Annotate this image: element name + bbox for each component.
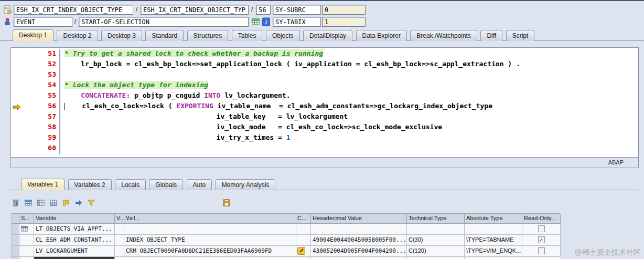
variable-value[interactable]: CRM_OBJECT0090FA0D8DC21EE386EED03FAA6909… [124,246,296,257]
row-selector[interactable] [12,224,19,235]
col-technical-type[interactable]: Technical Type [407,214,465,224]
sy-tabix-field[interactable] [273,17,321,27]
col-s[interactable]: S... [19,214,34,224]
col-select[interactable] [12,214,19,224]
tab-globals[interactable]: Globals [149,179,183,190]
structure-display-icon[interactable] [251,17,260,26]
code-text[interactable]: cl_esh_co_lock=>lock ( EXPORTING iv_tabl… [60,102,638,112]
code-text[interactable]: * Try to get a shared lock to check whet… [60,49,638,60]
breakpoint-gutter[interactable] [11,81,32,91]
tab-standard[interactable]: Standard [145,30,184,41]
col-variable[interactable]: Variable [34,214,115,224]
row-selector[interactable] [12,246,19,257]
tab-diff[interactable]: Diff [480,30,502,41]
code-text[interactable]: CONCATENATE: p_objtp p_cnguid INTO lv_lo… [60,91,638,102]
tab-script[interactable]: Script [506,30,535,41]
event-name-field[interactable] [79,17,249,27]
pencil-icon[interactable] [297,247,305,255]
breakpoint-gutter[interactable] [11,144,32,154]
code-line: 58 iv_lock_mode = cl_esh_co_lock=>sc_loc… [11,123,638,133]
col-v[interactable]: V... [115,214,124,224]
read-only-checkbox[interactable]: ✓ [538,236,545,243]
code-text[interactable]: iv_try_x_times = 1 [60,133,638,144]
breakpoint-gutter[interactable] [11,133,32,144]
breakpoint-gutter[interactable] [11,60,32,70]
code-text[interactable]: * Lock the object type for indexing [60,81,638,91]
variable-name[interactable]: LT_OBJECTS_VIA_APPT... [34,224,115,235]
tab-tables[interactable]: Tables [232,30,263,41]
tab-break-watchpoints[interactable]: Break./Watchpoints [410,30,477,41]
line-number: 57 [32,112,59,123]
table-select-icon[interactable] [36,198,46,208]
breakpoint-gutter[interactable] [11,91,32,102]
col-read-only[interactable]: Read-Only... [522,214,561,224]
code-text[interactable]: iv_table_key = lv_lockargument [60,112,638,123]
table-row-partial[interactable] [12,257,560,259]
col-val[interactable]: Val. [124,214,296,224]
col-hex[interactable]: Hexadecimal Value [311,214,407,224]
tab-locals[interactable]: Locals [115,179,146,190]
swap-icon[interactable] [73,198,84,208]
hex-value: 49004E004400450058005F00... [311,235,407,246]
table-row[interactable]: LT_OBJECTS_VIA_APPT... [12,224,560,235]
breakpoint-gutter[interactable] [11,112,32,123]
save-layout-icon[interactable] [221,198,232,208]
read-only-checkbox[interactable] [538,247,545,254]
line-field[interactable] [256,5,271,15]
col-absolute-type[interactable]: Absolute Type [465,214,522,224]
table-columns-icon[interactable] [48,198,59,208]
code-text[interactable]: lr_bp_lock = cl_esh_bp_lock=>set_applica… [60,60,638,70]
tab-variables-2[interactable]: Variables 2 [68,179,112,190]
variable-name[interactable]: CL_ESH_ADM_CONSTANT... [34,235,115,246]
line-number: 51 [32,49,59,60]
tab-data-explorer[interactable]: Data Explorer [356,30,407,41]
delete-icon[interactable] [10,198,21,208]
hex-value: 430052004D005F004F004200... [311,246,407,257]
variable-name[interactable]: LV_LOCKARGUMENT [34,246,115,257]
tab-detaildisplay[interactable]: DetailDisplay [303,30,352,41]
table-settings-icon[interactable] [23,198,34,208]
sy-subrc-value [322,5,366,15]
watermark: @稀土掘金技术社区 [575,248,641,257]
tab-desktop-2[interactable]: Desktop 2 [57,30,98,41]
technical-type [407,224,465,235]
variable-value[interactable]: INDEX_OBJECT_TYPE [124,235,296,246]
tab-memory-analysis[interactable]: Memory Analysis [216,179,276,190]
tab-variables-1[interactable]: Variables 1 [21,179,65,190]
breakpoint-gutter[interactable] [11,49,32,60]
event-type-field[interactable] [14,17,72,27]
tab-objects[interactable]: Objects [266,30,300,41]
variable-value[interactable] [124,224,296,235]
hex-value [311,224,407,235]
read-only-checkbox[interactable] [538,225,545,232]
breakpoint-gutter[interactable] [11,70,32,81]
tab-desktop-1[interactable]: Desktop 1 [13,29,53,41]
tab-desktop-3[interactable]: Desktop 3 [101,30,142,41]
breakpoint-gutter[interactable] [11,102,32,112]
include-field[interactable] [14,5,133,15]
sy-subrc-field[interactable] [273,5,321,15]
table-row[interactable]: CL_ESH_ADM_CONSTANT... INDEX_OBJECT_TYPE… [12,235,560,246]
code-line: 60 [11,144,638,154]
info-icon[interactable]: i [262,17,270,26]
language-label: ABAP [608,159,624,165]
code-text[interactable]: iv_lock_mode = cl_esh_co_lock=>sc_lock_m… [60,123,638,133]
breakpoint-gutter[interactable] [11,123,32,133]
code-text[interactable] [60,144,638,154]
code-editor[interactable]: 51* Try to get a shared lock to check wh… [10,47,639,158]
code-line: 55 CONCATENATE: p_objtp p_cnguid INTO lv… [11,91,638,102]
line-number: 56 [32,102,59,112]
table-row[interactable]: LV_LOCKARGUMENT CRM_OBJECT0090FA0D8DC21E… [12,246,560,257]
tab-structures[interactable]: Structures [187,30,229,41]
technical-type: C(30) [407,235,465,246]
line-number: 54 [32,81,59,91]
code-text[interactable] [60,70,638,81]
tab-auto[interactable]: Auto [187,179,212,190]
variable-name-edit-cell[interactable] [34,257,115,259]
row-selector[interactable] [12,235,19,246]
filter-icon[interactable] [86,198,96,208]
sort-icon[interactable] [61,198,71,208]
include-field-2[interactable] [141,5,249,15]
desktop-tabstrip: Desktop 1 Desktop 2 Desktop 3 Standard S… [0,29,644,41]
col-c[interactable]: C... [296,214,311,224]
